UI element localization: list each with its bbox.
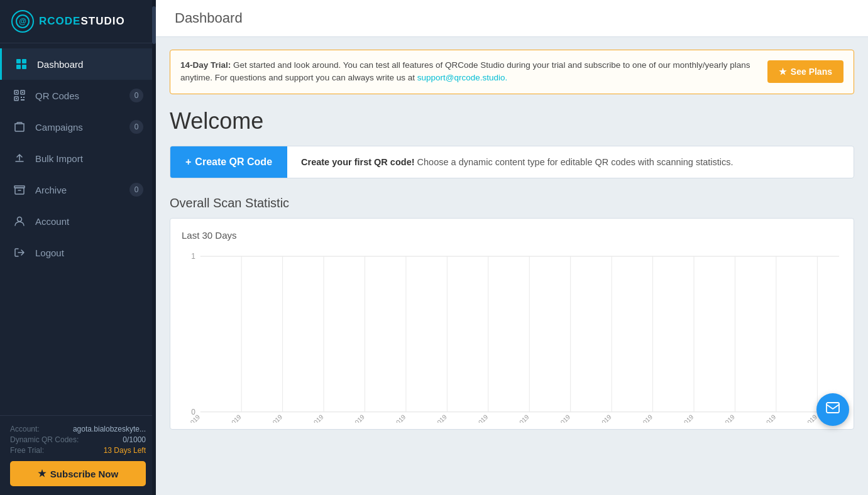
- see-plans-star-icon: ★: [779, 67, 787, 77]
- sidebar-item-label: Dashboard: [37, 59, 143, 70]
- create-qr-info: Create your first QR code! Choose a dyna…: [287, 147, 747, 177]
- mail-fab-button[interactable]: [816, 393, 849, 426]
- campaigns-badge: 0: [129, 120, 143, 134]
- logo-text: RCODESTUDIO: [39, 15, 125, 28]
- sidebar-scrollbar[interactable]: [152, 0, 156, 495]
- sidebar-item-campaigns[interactable]: Campaigns 0: [0, 111, 156, 143]
- logout-icon: [13, 246, 26, 259]
- svg-text:04/02/2019: 04/02/2019: [380, 413, 407, 422]
- logo-icon: @: [11, 10, 34, 33]
- logo-rcode: RCODE: [39, 15, 80, 27]
- sidebar-item-label: Bulk Import: [35, 153, 143, 164]
- page-header: Dashboard: [156, 0, 868, 37]
- svg-text:20/02/2019: 20/02/2019: [709, 413, 736, 422]
- sidebar-item-label: Campaigns: [35, 122, 129, 133]
- trial-banner: 14-Day Trial: Get started and look aroun…: [170, 50, 854, 94]
- create-qr-info-bold: Create your first QR code!: [301, 157, 415, 167]
- sidebar-nav: Dashboard QR Codes 0: [0, 43, 156, 415]
- main-content: Dashboard 14-Day Trial: Get started and …: [156, 0, 868, 495]
- subscribe-star-icon: ★: [38, 468, 46, 479]
- sidebar-item-label: QR Codes: [35, 90, 129, 101]
- account-icon: [13, 214, 26, 228]
- svg-text:@: @: [19, 17, 26, 26]
- svg-point-16: [18, 217, 22, 222]
- chart-label: Last 30 Days: [182, 230, 842, 241]
- chart-container: Last 30 Days 1 0: [170, 218, 854, 430]
- scan-stat-heading: Overall Scan Statistic: [170, 196, 854, 210]
- svg-text:24/02/2019: 24/02/2019: [791, 413, 818, 422]
- create-qr-button[interactable]: + Create QR Code: [170, 146, 287, 178]
- trial-bold-text: 14-Day Trial:: [180, 60, 231, 70]
- svg-text:1: 1: [191, 251, 195, 261]
- svg-text:31/01/2019: 31/01/2019: [298, 413, 325, 422]
- svg-text:18/02/2019: 18/02/2019: [668, 413, 695, 422]
- qr-codes-badge: 0: [129, 89, 143, 102]
- see-plans-button[interactable]: ★ See Plans: [767, 60, 843, 83]
- svg-rect-13: [23, 97, 25, 98]
- scan-chart-svg: 1 0: [182, 247, 842, 423]
- svg-rect-9: [22, 92, 23, 93]
- account-label: Account:: [10, 425, 40, 433]
- content-area: 14-Day Trial: Get started and look aroun…: [156, 37, 868, 495]
- sidebar-item-label: Archive: [35, 185, 129, 195]
- logo-studio: STUDIO: [80, 15, 124, 27]
- create-qr-button-label: Create QR Code: [195, 156, 272, 168]
- svg-rect-12: [21, 97, 22, 98]
- svg-rect-2: [16, 59, 21, 63]
- trial-value: 13 Days Left: [104, 446, 146, 455]
- scrollbar-thumb: [152, 6, 156, 44]
- welcome-heading: Welcome: [170, 108, 854, 134]
- qr-codes-icon: [13, 89, 26, 102]
- create-qr-info-text: Choose a dynamic content type for editab…: [417, 157, 733, 167]
- sidebar: @ RCODESTUDIO Dashboard: [0, 0, 156, 495]
- sidebar-item-account[interactable]: Account: [0, 205, 156, 237]
- trial-support-link[interactable]: support@qrcode.studio.: [417, 73, 508, 82]
- svg-rect-7: [16, 92, 17, 93]
- subscribe-now-button[interactable]: ★ Subscribe Now: [10, 461, 146, 486]
- mail-icon: [825, 400, 840, 419]
- sidebar-footer: Account: agota.bialobzeskyte... Dynamic …: [0, 415, 156, 495]
- svg-text:06/02/2019: 06/02/2019: [421, 413, 448, 422]
- dynamic-qr-label: Dynamic QR Codes:: [10, 435, 79, 444]
- svg-text:16/02/2019: 16/02/2019: [627, 413, 654, 422]
- sidebar-item-label: Account: [35, 216, 143, 227]
- campaigns-icon: [13, 120, 26, 134]
- page-title: Dashboard: [175, 10, 849, 26]
- dynamic-qr-value: 0/1000: [123, 435, 146, 444]
- archive-icon: [13, 183, 26, 197]
- svg-text:08/02/2019: 08/02/2019: [463, 413, 490, 422]
- svg-text:29/01/2019: 29/01/2019: [256, 413, 283, 422]
- sidebar-item-dashboard[interactable]: Dashboard: [0, 48, 156, 80]
- account-info: Account: agota.bialobzeskyte... Dynamic …: [10, 425, 146, 455]
- create-qr-row: + Create QR Code Create your first QR co…: [170, 146, 854, 178]
- svg-text:02/02/2019: 02/02/2019: [339, 413, 366, 422]
- trial-label: Free Trial:: [10, 446, 44, 455]
- bulk-import-icon: [13, 151, 26, 165]
- svg-rect-52: [827, 403, 839, 413]
- svg-text:12/02/2019: 12/02/2019: [545, 413, 572, 422]
- create-qr-plus-icon: +: [185, 156, 191, 168]
- sidebar-item-archive[interactable]: Archive 0: [0, 174, 156, 205]
- svg-rect-3: [22, 59, 26, 63]
- sidebar-item-logout[interactable]: Logout: [0, 237, 156, 268]
- svg-rect-14: [21, 99, 25, 101]
- archive-badge: 0: [129, 183, 143, 197]
- sidebar-item-bulk-import[interactable]: Bulk Import: [0, 143, 156, 174]
- svg-rect-5: [22, 65, 26, 69]
- dashboard-icon: [14, 57, 28, 71]
- account-value: agota.bialobzeskyte...: [73, 425, 146, 433]
- logo: @ RCODESTUDIO: [0, 0, 156, 43]
- svg-text:14/02/2019: 14/02/2019: [586, 413, 613, 422]
- sidebar-item-label: Logout: [35, 248, 143, 258]
- sidebar-item-qr-codes[interactable]: QR Codes 0: [0, 80, 156, 111]
- svg-text:27/01/2019: 27/01/2019: [216, 413, 243, 422]
- svg-rect-4: [16, 65, 21, 69]
- svg-rect-11: [16, 98, 17, 99]
- svg-text:22/02/2019: 22/02/2019: [750, 413, 777, 422]
- svg-text:10/02/2019: 10/02/2019: [503, 413, 530, 422]
- trial-banner-text: 14-Day Trial: Get started and look aroun…: [180, 59, 756, 85]
- subscribe-label: Subscribe Now: [50, 469, 118, 479]
- see-plans-label: See Plans: [791, 67, 832, 77]
- chart-area: 1 0: [182, 247, 842, 423]
